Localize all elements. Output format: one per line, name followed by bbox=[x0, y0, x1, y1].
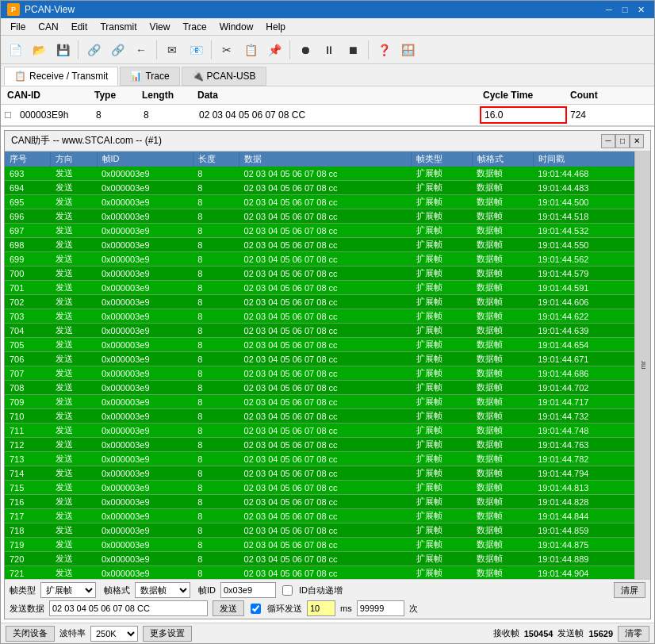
frame-format-select[interactable]: 数据帧 远程帧 bbox=[135, 582, 190, 598]
save-button[interactable]: 💾 bbox=[52, 39, 74, 61]
pause-button[interactable]: ⏸ bbox=[318, 39, 340, 61]
table-row: 718发送0x000003e9802 03 04 05 06 07 08 cc扩… bbox=[5, 523, 634, 538]
loop-send-label: 循环发送 bbox=[267, 603, 302, 615]
baud-rate-label: 波特率 bbox=[59, 627, 86, 639]
interval-unit: ms bbox=[340, 604, 352, 613]
table-row: 699发送0x000003e9802 03 04 05 06 07 08 cc扩… bbox=[5, 252, 634, 266]
close-device-btn[interactable]: 关闭设备 bbox=[6, 626, 55, 642]
header-type: Type bbox=[91, 88, 139, 102]
disconnect-button[interactable]: 🔗 bbox=[106, 39, 128, 61]
baud-rate-select[interactable]: 250K 125K 500K bbox=[90, 626, 138, 642]
new-button[interactable]: 📄 bbox=[4, 39, 26, 61]
table-row: 695发送0x000003e9802 03 04 05 06 07 08 cc扩… bbox=[5, 195, 634, 209]
recv-table-header: CAN-ID Type Length Data Cycle Time Count bbox=[1, 86, 654, 105]
can-helper-maximize[interactable]: □ bbox=[615, 134, 630, 148]
col-seq: 序号 bbox=[5, 151, 51, 167]
clear-count-btn[interactable]: 清零 bbox=[618, 626, 649, 642]
copy-button[interactable]: 📋 bbox=[239, 39, 262, 61]
tab-recv-transmit[interactable]: 📋 Receive / Transmit bbox=[4, 67, 118, 86]
menu-edit[interactable]: Edit bbox=[65, 20, 94, 34]
frame-id-input[interactable] bbox=[220, 582, 276, 598]
table-row: 710发送0x000003e9802 03 04 05 06 07 08 cc扩… bbox=[5, 409, 634, 424]
col-data: 数据 bbox=[239, 151, 412, 167]
table-row: 693发送0x000003e9802 03 04 05 06 07 08 cc扩… bbox=[5, 167, 634, 181]
open-button[interactable]: 📂 bbox=[28, 39, 50, 61]
can-helper-title: CAN助手 -- www.STCAI.com -- (#1) bbox=[11, 134, 601, 148]
menu-trace[interactable]: Trace bbox=[176, 20, 213, 34]
col-type: 帧类型 bbox=[412, 151, 473, 167]
mail-button[interactable]: ✉ bbox=[161, 39, 183, 61]
table-row: 701发送0x000003e9802 03 04 05 06 07 08 cc扩… bbox=[5, 281, 634, 295]
table-row: 705发送0x000003e9802 03 04 05 06 07 08 cc扩… bbox=[5, 338, 634, 352]
paste-button[interactable]: 📌 bbox=[263, 39, 285, 61]
send-data-label: 发送数据 bbox=[10, 603, 44, 615]
header-count: Count bbox=[567, 88, 630, 102]
table-row: 715发送0x000003e9802 03 04 05 06 07 08 cc扩… bbox=[5, 481, 634, 495]
recv-length: 8 bbox=[140, 108, 196, 122]
status-bar: 关闭设备 波特率 250K 125K 500K 更多设置 接收帧 150454 … bbox=[1, 623, 654, 643]
help-button[interactable]: ❓ bbox=[373, 39, 395, 61]
recv-can-id: 000003E9h bbox=[17, 108, 93, 122]
send-data-input[interactable] bbox=[49, 600, 208, 616]
table-row: 711发送0x000003e9802 03 04 05 06 07 08 cc扩… bbox=[5, 424, 634, 438]
recv-type: 8 bbox=[93, 108, 140, 122]
frame-format-label: 帧格式 bbox=[104, 585, 130, 596]
table-row: 708发送0x000003e9802 03 04 05 06 07 08 cc扩… bbox=[5, 381, 634, 395]
clear-screen-btn[interactable]: 清屏 bbox=[614, 582, 645, 598]
recv-data: 02 03 04 05 06 07 08 CC bbox=[196, 108, 480, 122]
col-timestamp: 时间戳 bbox=[533, 151, 634, 167]
frame-type-label: 帧类型 bbox=[10, 585, 36, 596]
close-button[interactable]: ✕ bbox=[634, 2, 648, 17]
window-button[interactable]: 🪟 bbox=[396, 39, 419, 61]
header-can-id: CAN-ID bbox=[4, 88, 91, 102]
table-row: 707发送0x000003e9802 03 04 05 06 07 08 cc扩… bbox=[5, 366, 634, 381]
can-helper-minimize[interactable]: ─ bbox=[601, 134, 615, 148]
menu-view[interactable]: View bbox=[144, 20, 177, 34]
app-icon: P bbox=[7, 3, 20, 16]
can-helper-controls: 帧类型 扩展帧 标准帧 帧格式 数据帧 远程帧 帧ID ID自动递增 清屏 bbox=[5, 579, 650, 619]
control-row-1: 帧类型 扩展帧 标准帧 帧格式 数据帧 远程帧 帧ID ID自动递增 清屏 bbox=[10, 582, 645, 598]
tab-pcan-usb[interactable]: 🔌 PCAN-USB bbox=[182, 67, 266, 86]
stop-button[interactable]: ⏹ bbox=[342, 39, 364, 61]
menu-file[interactable]: File bbox=[4, 20, 32, 34]
menu-window[interactable]: Window bbox=[213, 20, 260, 34]
table-row: 700发送0x000003e9802 03 04 05 06 07 08 cc扩… bbox=[5, 266, 634, 281]
auto-incr-checkbox[interactable] bbox=[282, 585, 293, 596]
table-row: 709发送0x000003e9802 03 04 05 06 07 08 cc扩… bbox=[5, 395, 634, 409]
mail2-button[interactable]: 📧 bbox=[185, 39, 207, 61]
record-button[interactable]: ⏺ bbox=[294, 39, 316, 61]
data-table-container[interactable]: 序号 方向 帧ID 长度 数据 帧类型 帧格式 时间戳 693发送0x bbox=[5, 151, 634, 579]
toolbar-separator-2 bbox=[156, 40, 157, 59]
header-cycle-time: Cycle Time bbox=[480, 88, 567, 102]
menu-help[interactable]: Help bbox=[259, 20, 292, 34]
cut-button[interactable]: ✂ bbox=[216, 39, 238, 61]
recv-row-checkbox: ☐ bbox=[4, 110, 15, 121]
control-row-2: 发送数据 发送 循环发送 ms 次 bbox=[10, 600, 645, 616]
frame-type-select[interactable]: 扩展帧 标准帧 bbox=[40, 582, 96, 598]
auto-incr-label: ID自动递增 bbox=[299, 585, 343, 596]
table-row: 704发送0x000003e9802 03 04 05 06 07 08 cc扩… bbox=[5, 324, 634, 338]
table-row: 719发送0x000003e9802 03 04 05 06 07 08 cc扩… bbox=[5, 538, 634, 552]
loop-count-input[interactable] bbox=[357, 600, 404, 616]
send-btn[interactable]: 发送 bbox=[213, 600, 244, 616]
menu-can[interactable]: CAN bbox=[32, 20, 64, 34]
table-row: 703发送0x000003e9802 03 04 05 06 07 08 cc扩… bbox=[5, 309, 634, 324]
connect-button[interactable]: 🔗 bbox=[82, 39, 105, 61]
loop-interval-input[interactable] bbox=[307, 600, 335, 616]
tab-pcan-usb-icon: 🔌 bbox=[192, 71, 204, 82]
can-helper-close[interactable]: ✕ bbox=[630, 134, 644, 148]
minimize-button[interactable]: ─ bbox=[602, 2, 616, 17]
col-format: 帧格式 bbox=[472, 151, 533, 167]
menu-transmit[interactable]: Transmit bbox=[94, 20, 143, 34]
loop-send-checkbox[interactable] bbox=[251, 604, 261, 614]
tab-trace-icon: 📊 bbox=[130, 71, 142, 82]
tab-trace[interactable]: 📊 Trace bbox=[120, 67, 179, 86]
more-settings-btn[interactable]: 更多设置 bbox=[143, 626, 192, 642]
tab-pcan-usb-label: PCAN-USB bbox=[207, 71, 256, 82]
title-bar: P PCAN-View ─ □ ✕ bbox=[1, 1, 654, 18]
table-row: 698发送0x000003e9802 03 04 05 06 07 08 cc扩… bbox=[5, 238, 634, 252]
maximize-button[interactable]: □ bbox=[618, 2, 632, 17]
toolbar-separator-3 bbox=[211, 40, 212, 59]
back-button[interactable]: ← bbox=[130, 39, 152, 61]
table-row: 712发送0x000003e9802 03 04 05 06 07 08 cc扩… bbox=[5, 438, 634, 452]
